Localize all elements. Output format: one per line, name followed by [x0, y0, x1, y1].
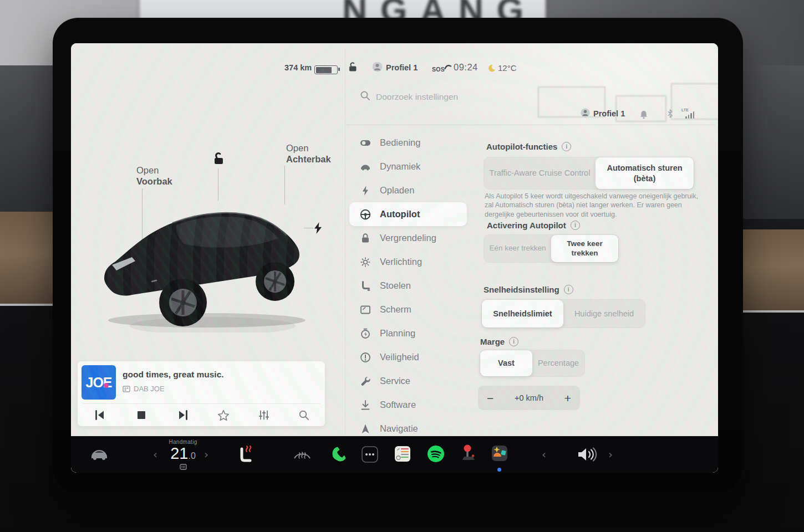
sidebar-item-label: Planning	[380, 328, 415, 339]
lock-open-icon[interactable]	[348, 62, 357, 74]
autopilot-note: Als Autopilot 5 keer wordt uitgeschakeld…	[485, 192, 703, 219]
stepper-minus-button[interactable]: −	[487, 392, 493, 404]
sidebar-item-bediening[interactable]: Bediening	[349, 131, 467, 155]
segment-percentage[interactable]: Percentage	[532, 350, 584, 376]
search-input[interactable]: Doorzoek instellingen	[376, 92, 458, 102]
sidebar-item-software[interactable]: Software	[349, 393, 467, 417]
screen-icon	[359, 304, 372, 316]
more-apps-icon[interactable]	[361, 446, 379, 463]
sidebar-item-planning[interactable]: Planning	[349, 321, 467, 345]
sidebar-item-label: Service	[380, 376, 410, 386]
sidebar-item-label: Bediening	[380, 137, 420, 148]
section-title-autopilot-functions: Autopilot-functies i	[486, 142, 571, 151]
alert-icon	[359, 351, 372, 364]
open-trunk-line1: Open	[286, 142, 331, 154]
panel-profile-label[interactable]: Profiel 1	[593, 109, 625, 118]
outside-temperature: 12°C	[498, 63, 517, 73]
vehicle-controls-button[interactable]	[89, 446, 109, 462]
next-track-button[interactable]	[176, 408, 190, 422]
segment-current-speed[interactable]: Huidige snelheid	[563, 300, 645, 328]
navigation-icon	[359, 423, 372, 435]
sidebar-item-opladen[interactable]: Opladen	[349, 178, 467, 202]
status-profile-label[interactable]: Profiel 1	[386, 63, 418, 72]
wrench-icon	[359, 375, 372, 387]
vehicle-render	[99, 194, 320, 332]
info-icon[interactable]: i	[509, 337, 518, 346]
temp-increase-chevron[interactable]: ›	[204, 449, 208, 460]
open-frunk-line1: Open	[136, 165, 172, 176]
clock: 09:24	[454, 62, 478, 73]
section-title-margin: Marge i	[480, 337, 518, 346]
toybox-icon[interactable]	[491, 444, 508, 462]
stop-button[interactable]	[134, 408, 149, 422]
sidebar-item-stoelen[interactable]: Stoelen	[349, 274, 467, 298]
sidebar-item-label: Veiligheid	[380, 352, 419, 362]
defrost-icon[interactable]	[293, 446, 312, 462]
car-lock-open-icon[interactable]	[210, 151, 225, 168]
range-remaining: 374 km	[284, 63, 312, 72]
segment-tacc[interactable]: Traffic-Aware Cruise Control	[484, 157, 596, 189]
dock-page-left-chevron[interactable]: ‹	[542, 449, 546, 460]
logo-dot	[104, 383, 109, 388]
open-frunk-line2: Voorbak	[136, 176, 172, 187]
margin-segmented: Vast Percentage	[480, 350, 585, 377]
info-icon[interactable]: i	[571, 221, 580, 230]
launcher-dock: ‹ Handmatig 21.0 ›	[71, 436, 718, 473]
sidebar-item-label: Software	[380, 400, 416, 410]
section-title-text: Autopilot-functies	[486, 142, 557, 151]
temp-decrease-chevron[interactable]: ‹	[153, 449, 157, 460]
segment-double-pull[interactable]: Twee keer trekken	[551, 235, 618, 262]
stepper-plus-button[interactable]: +	[564, 392, 571, 404]
stepper-value: +0 km/h	[515, 393, 543, 402]
search-icon	[360, 90, 370, 103]
volume-icon[interactable]	[577, 446, 598, 463]
info-icon[interactable]: i	[564, 285, 573, 294]
autopilot-functions-segmented: Traffic-Aware Cruise Control Automatisch…	[484, 157, 694, 190]
previous-track-button[interactable]	[93, 408, 107, 422]
panel-divider	[345, 49, 345, 436]
arcade-joystick-icon[interactable]	[460, 444, 477, 463]
section-title-text: Snelheidsinstelling	[484, 285, 559, 294]
phone-icon[interactable]	[329, 445, 347, 463]
sos-label[interactable]: SOS	[432, 66, 445, 73]
sidebar-item-verlichting[interactable]: Verlichting	[349, 250, 467, 274]
dock-page-right-chevron[interactable]: ›	[608, 449, 613, 460]
settings-menu: Bediening Dynamiek Opladen Autopilot	[349, 131, 467, 441]
open-frunk-button[interactable]: Open Voorbak	[136, 165, 172, 187]
sidebar-item-label: Vergrendeling	[380, 233, 436, 243]
bell-icon[interactable]	[640, 110, 648, 121]
sidebar-item-label: Autopilot	[380, 209, 420, 219]
sidebar-item-service[interactable]: Service	[349, 369, 467, 393]
sidebar-item-vergrendeling[interactable]: Vergrendeling	[349, 226, 467, 250]
vent-icon	[180, 464, 187, 470]
segment-speed-limit[interactable]: Snelheidslimiet	[482, 300, 563, 328]
segment-autosteer[interactable]: Automatisch sturen (bèta)	[596, 157, 694, 189]
screen-ui: 374 km Profiel 1 SOS 09:24 12°C	[71, 43, 718, 473]
seat-icon	[359, 280, 372, 292]
charge-port-bolt-icon[interactable]	[313, 222, 323, 237]
header-divider	[347, 125, 715, 125]
media-search-icon[interactable]	[297, 408, 311, 422]
bluetooth-icon[interactable]	[667, 109, 673, 120]
spotify-icon[interactable]	[427, 445, 445, 463]
info-icon[interactable]: i	[562, 142, 571, 151]
hvac-temperature-button[interactable]: 21.0	[160, 444, 206, 463]
sidebar-item-autopilot[interactable]: Autopilot	[349, 202, 467, 226]
speed-setting-segmented: Snelheidslimiet Huidige snelheid	[481, 299, 645, 328]
equalizer-sliders-icon[interactable]	[257, 408, 271, 422]
media-source-tile[interactable]: JOE	[82, 365, 116, 400]
sidebar-item-dynamiek[interactable]: Dynamiek	[349, 155, 467, 178]
media-track-title: good times, great music.	[123, 370, 224, 380]
favorite-star-icon[interactable]	[216, 408, 231, 422]
segment-single-pull[interactable]: Eén keer trekken	[484, 235, 551, 262]
segment-fixed[interactable]: Vast	[480, 350, 532, 376]
temp-integer: 21	[170, 444, 188, 462]
steering-wheel-icon	[359, 208, 372, 221]
open-trunk-button[interactable]: Open Achterbak	[286, 142, 331, 165]
bolt-icon	[359, 185, 372, 197]
photo-scene: NGANG 374 km Profiel 1	[0, 0, 804, 532]
seat-heater-icon[interactable]	[237, 444, 255, 463]
radio-app-icon[interactable]	[394, 445, 411, 463]
sidebar-item-veiligheid[interactable]: Veiligheid	[349, 345, 467, 369]
sidebar-item-scherm[interactable]: Scherm	[349, 298, 467, 321]
